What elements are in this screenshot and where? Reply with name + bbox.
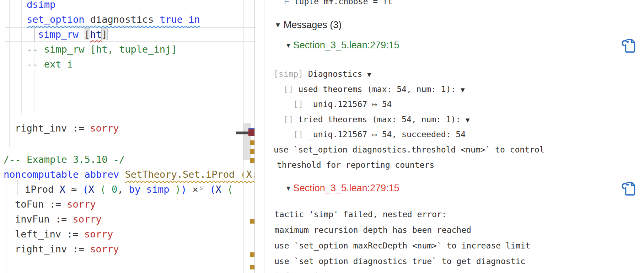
- code-line[interactable]: /-- Example 3.5.10 -/: [4, 152, 125, 167]
- code-line-segment: iProd: [25, 184, 60, 195]
- code-line-segment: X: [60, 184, 65, 195]
- message-location: Section_3_5.lean:279:15: [293, 40, 399, 50]
- code-line-segment: ): [181, 184, 187, 195]
- message-header-info[interactable]: ▼Section_3_5.lean:279:15: [285, 40, 399, 51]
- code-line-segment: toFun :=: [15, 199, 67, 210]
- code-line-segment: sorry: [90, 243, 119, 255]
- messages-section-header[interactable]: ▼Messages (3): [274, 20, 342, 31]
- panel-divider[interactable]: [264, 0, 264, 273]
- code-line[interactable]: -- ext i: [27, 57, 73, 72]
- message-line-segment: threshold for reporting counters: [277, 160, 434, 170]
- expand-arrow-icon[interactable]: ▼: [367, 70, 371, 78]
- code-line[interactable]: iProd X ≃ (X ⟨ 0, by simp ⟩) ×ˢ (X ⟨: [25, 182, 233, 197]
- code-line-segment: ×ˢ: [187, 184, 210, 195]
- collapse-arrow-icon[interactable]: ▼: [274, 21, 281, 29]
- expand-arrow-icon[interactable]: ▼: [461, 86, 465, 93]
- message-line-segment: [simp]: [274, 69, 303, 79]
- code-line-segment: right_inv :=: [15, 243, 90, 255]
- message-line-segment: tactic 'simp' failed, nested error:: [274, 210, 447, 219]
- message-line: use `set_option diagnostics.threshold <n…: [274, 143, 544, 157]
- message-location: Section_3_5.lean:279:15: [293, 183, 399, 193]
- indent-guide: [21, 0, 22, 114]
- code-line-segment: ht: [90, 29, 102, 40]
- message-line: use `set_option diagnostics true` to get…: [274, 254, 525, 268]
- indent-guide: [9, 0, 10, 147]
- message-line-segment: used theorems (max: 54, num: 1):: [293, 85, 461, 94]
- code-line-segment: by simp: [129, 184, 170, 195]
- code-line-segment: [: [84, 29, 90, 40]
- code-line-segment: left_inv :=: [15, 229, 84, 240]
- code-line-segment: ⟨: [227, 184, 233, 195]
- code-line-segment: true: [160, 14, 183, 25]
- message-line: [] tried theorems (max: 54, num: 1): ▼: [274, 112, 470, 127]
- message-line-segment: [274, 100, 293, 109]
- code-line[interactable]: toFun := sorry: [15, 197, 96, 212]
- message-line-segment: Diagnostics: [303, 69, 367, 79]
- code-line-segment: -- ext i: [27, 59, 73, 70]
- code-editor[interactable]: dsimpset_option diagnostics true insimp_…: [0, 0, 255, 273]
- code-line[interactable]: set_option diagnostics true in: [27, 12, 200, 27]
- message-line-segment: [274, 85, 284, 94]
- code-line-segment: ,: [117, 184, 129, 195]
- message-line: [] used theorems (max: 54, num: 1): ▼: [274, 82, 465, 96]
- collapse-arrow-icon[interactable]: ▼: [285, 184, 292, 192]
- code-line[interactable]: simp_rw [ht]: [38, 27, 107, 42]
- message-header-error[interactable]: ▼Section_3_5.lean:279:15: [285, 183, 399, 194]
- code-line-segment: set_option: [27, 14, 85, 25]
- code-line-segment: invFun :=: [15, 214, 73, 225]
- overview-ruler-error-mark: [248, 129, 255, 136]
- code-line-segment: 0: [112, 184, 117, 195]
- code-line-segment: X: [216, 184, 221, 195]
- code-line[interactable]: noncomputable abbrev SetTheory.Set.iProd…: [4, 167, 255, 182]
- code-line-segment: noncomputable abbrev: [4, 169, 125, 180]
- code-line-segment: sorry: [84, 229, 113, 240]
- message-line-segment: use `set_option diagnostics true` to get…: [274, 257, 525, 266]
- code-line[interactable]: -- simp_rw [ht, tuple_inj]: [27, 42, 177, 57]
- message-line-segment: []: [284, 85, 294, 94]
- message-line-segment: information: [274, 272, 328, 273]
- message-line-segment: [274, 130, 293, 139]
- code-line-segment: SetTheory.Set.iProd (X:: [125, 169, 255, 180]
- goal-line-segment: tuple m✝.choose = ft: [294, 0, 393, 6]
- overview-ruler-warning-mark: [250, 219, 255, 224]
- message-line-segment: tried theorems (max: 54, num: 1):: [293, 115, 466, 124]
- code-line-segment: [106, 184, 112, 195]
- goal-line-segment: ⊢: [284, 0, 294, 6]
- code-line-segment: [183, 14, 188, 25]
- code-line-segment: -- simp_rw [ht, tuple_inj]: [27, 44, 177, 55]
- code-line[interactable]: invFun := sorry: [15, 212, 102, 227]
- message-line-segment: [274, 115, 284, 124]
- message-line: tactic 'simp' failed, nested error:: [274, 207, 447, 221]
- code-line-segment: [79, 29, 84, 40]
- code-line[interactable]: left_inv := sorry: [15, 227, 113, 242]
- message-line-segment: _uniq.121567 ↦ 54, succeeded: 54: [303, 130, 466, 139]
- collapse-arrow-icon[interactable]: ▼: [285, 42, 292, 49]
- code-line-segment: in: [188, 14, 200, 25]
- message-line-segment: []: [293, 130, 303, 139]
- copy-to-comment-icon[interactable]: [621, 36, 637, 54]
- copy-to-comment-icon[interactable]: [621, 179, 637, 197]
- message-line: maximum recursion depth has been reached: [274, 223, 471, 237]
- code-line-segment: ≃: [65, 184, 83, 195]
- expand-arrow-icon[interactable]: ▼: [466, 116, 469, 124]
- message-line: [] _uniq.121567 ↦ 54: [274, 97, 392, 111]
- message-line: [simp] Diagnostics ▼: [274, 67, 371, 81]
- code-line-segment: diagnostics: [85, 14, 160, 25]
- message-line: information: [274, 269, 328, 273]
- code-line[interactable]: right_inv := sorry: [15, 121, 119, 136]
- code-line-segment: sorry: [67, 199, 96, 210]
- overview-ruler-warning-mark: [250, 158, 255, 163]
- message-line-segment: maximum recursion depth has been reached: [274, 225, 471, 235]
- overview-ruler-warning-mark: [250, 149, 255, 154]
- message-line: use `set_option maxRecDepth <num>` to in…: [274, 239, 530, 253]
- code-line-segment: sorry: [90, 123, 119, 134]
- code-line-segment: simp_rw: [38, 29, 79, 40]
- message-line-segment: use `set_option maxRecDepth <num>` to in…: [274, 241, 530, 250]
- overview-ruler-warning-mark: [250, 265, 255, 269]
- code-line-segment: ]: [102, 29, 107, 40]
- code-line[interactable]: right_inv := sorry: [15, 242, 119, 257]
- code-line-segment: (: [83, 184, 88, 195]
- code-line-segment: X: [88, 184, 94, 195]
- code-line-segment: (: [210, 184, 215, 195]
- code-line[interactable]: dsimp: [27, 0, 55, 12]
